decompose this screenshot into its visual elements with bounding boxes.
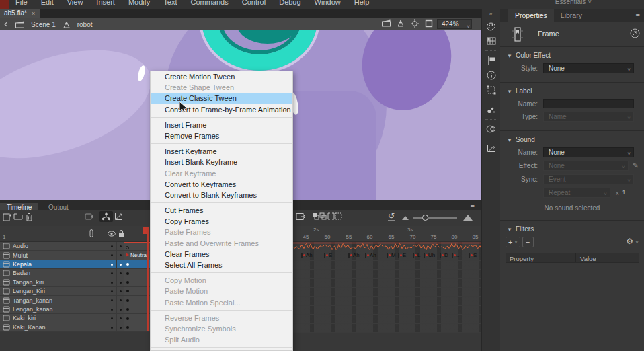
layer-row-kaki_kiri[interactable]: Kaki_kiri — [0, 314, 124, 323]
menu-item-cut-frames[interactable]: Cut Frames — [151, 205, 292, 216]
filters-header[interactable]: ▼Filters — [507, 225, 639, 233]
menu-insert[interactable]: Insert — [89, 0, 122, 9]
layer-row-mulut[interactable]: Mulut — [0, 251, 124, 260]
layer-row-lengan_kiri[interactable]: Lengan_Kiri — [0, 287, 124, 296]
lock-dot[interactable] — [120, 245, 122, 247]
lip-sync-keyframe[interactable]: D — [440, 251, 448, 260]
lip-sync-keyframe[interactable]: Ah — [301, 251, 313, 260]
lip-sync-keyframe[interactable]: L — [413, 251, 420, 260]
frame1-cell-lengan_kanan[interactable] — [124, 305, 150, 314]
menu-item-convert-to-blank-keyframes[interactable]: Convert to Blank Keyframes — [151, 190, 292, 200]
lip-sync-keyframe[interactable]: M — [387, 251, 396, 260]
outline-dot[interactable] — [111, 245, 113, 247]
sound-header[interactable]: ▼Sound — [507, 136, 639, 143]
menu-item-create-motion-tween[interactable]: Create Motion Tween — [151, 71, 292, 82]
lip-sync-keyframe[interactable]: E — [398, 251, 406, 260]
outline-dot[interactable] — [111, 272, 113, 274]
clip-content-icon[interactable] — [425, 20, 433, 28]
sound-name-dropdown[interactable]: None˅ — [543, 147, 634, 157]
outline-dot[interactable] — [111, 309, 113, 311]
frame1-cell-audio[interactable] — [124, 242, 150, 251]
lock-dot[interactable] — [120, 254, 122, 256]
label-name-input[interactable] — [543, 99, 634, 108]
style-dropdown[interactable]: None˅ — [543, 63, 634, 73]
lip-sync-keyframe[interactable]: Ah — [365, 251, 376, 260]
brush-library-panel-icon[interactable] — [483, 102, 499, 117]
frame1-cell-tangan_kiri[interactable] — [124, 278, 150, 287]
lock-icon[interactable] — [118, 229, 124, 237]
help-circle-icon[interactable] — [630, 28, 640, 38]
new-layer-icon[interactable] — [3, 212, 11, 221]
lock-dot[interactable] — [120, 327, 122, 329]
layer-row-kaki_kanan[interactable]: Kaki_Kanan — [0, 323, 124, 332]
lip-sync-keyframe[interactable]: .. — [452, 251, 459, 260]
lip-sync-keyframe[interactable]: Ah — [348, 251, 360, 260]
new-folder-icon[interactable] — [13, 212, 23, 220]
motion-presets-panel-icon[interactable] — [483, 141, 499, 156]
layer-row-badan[interactable]: Badan — [0, 269, 124, 278]
lip-sync-keyframe[interactable]: Uh — [424, 251, 435, 260]
outline-dot[interactable] — [111, 327, 113, 329]
zoom-in-timeline-icon[interactable] — [463, 214, 473, 221]
edit-sound-pencil-icon[interactable]: ✎ — [633, 161, 639, 170]
outline-dot[interactable] — [111, 317, 113, 319]
frame1-cell-badan[interactable] — [124, 269, 150, 278]
zoom-level-select[interactable]: 424% ˅ — [437, 20, 472, 29]
menu-view[interactable]: View — [61, 0, 90, 9]
lock-dot[interactable] — [120, 282, 122, 284]
cc-libraries-panel-icon[interactable] — [483, 122, 499, 136]
frame1-cell-mulut[interactable]: Neutral — [124, 251, 150, 260]
tab-properties[interactable]: Properties — [508, 9, 554, 22]
transform-panel-icon[interactable] — [483, 83, 499, 98]
onion-skin-icon[interactable] — [312, 212, 319, 220]
layer-row-kepala[interactable]: Kepala — [0, 260, 124, 269]
lock-dot[interactable] — [120, 317, 122, 319]
menu-item-select-all-frames[interactable]: Select All Frames — [151, 260, 292, 270]
frame1-cell-lengan_kiri[interactable] — [124, 287, 150, 296]
reset-zoom-icon[interactable]: ↺ — [388, 212, 395, 221]
menu-item-insert-frame[interactable]: Insert Frame — [151, 120, 292, 130]
swatches-panel-icon[interactable] — [483, 34, 499, 48]
menu-item-insert-blank-keyframe[interactable]: Insert Blank Keyframe — [151, 157, 292, 167]
center-stage-icon[interactable] — [411, 20, 419, 28]
frame1-cell-kaki_kanan[interactable] — [124, 323, 150, 332]
outline-dot[interactable] — [111, 264, 113, 266]
color-effect-header[interactable]: ▼Color Effect — [507, 52, 639, 59]
frame-column-1[interactable]: Neutral — [124, 242, 150, 332]
delete-layer-icon[interactable] — [26, 212, 33, 221]
menu-file[interactable]: File — [9, 0, 34, 9]
edit-symbols-icon[interactable] — [397, 20, 405, 28]
color-panel-icon[interactable] — [483, 19, 499, 34]
outline-dot[interactable] — [111, 282, 113, 284]
menu-item-create-classic-tween[interactable]: Create Classic Tween — [151, 93, 292, 104]
playhead-marker[interactable] — [143, 227, 149, 234]
panel-menu-icon[interactable]: ≡ — [471, 201, 475, 209]
scene-name[interactable]: Scene 1 — [31, 21, 56, 28]
workspace-switcher[interactable]: Essentials ˅ — [555, 0, 592, 5]
menu-item-clear-frames[interactable]: Clear Frames — [151, 249, 292, 260]
menu-item-convert-to-keyframes[interactable]: Convert to Keyframes — [151, 179, 292, 190]
layer-row-tangan_kiri[interactable]: Tangan_kiri — [0, 278, 124, 287]
frame-ruler[interactable]: 2s3s455055606570758085 — [293, 226, 481, 242]
layer-parenting-icon[interactable] — [99, 211, 113, 222]
collapse-panels-icon[interactable]: « — [489, 9, 493, 19]
menu-debug[interactable]: Debug — [272, 0, 307, 9]
menu-commands[interactable]: Commands — [184, 0, 235, 9]
lock-dot[interactable] — [120, 272, 122, 274]
layer-row-lengan_kanan[interactable]: Lengan_kanan — [0, 305, 124, 314]
tab-library[interactable]: Library — [554, 9, 589, 22]
lock-dot[interactable] — [120, 264, 122, 266]
layer-row-tangan_kanan[interactable]: Tangan_kanan — [0, 296, 124, 305]
repeat-count-value[interactable]: 1 — [622, 189, 626, 196]
graph-editor-icon[interactable] — [114, 212, 123, 221]
timeline-zoom-slider-track[interactable] — [413, 217, 457, 219]
menu-help[interactable]: Help — [348, 0, 376, 9]
outline-dot[interactable] — [111, 254, 113, 256]
frame1-cell-kaki_kiri[interactable] — [124, 314, 150, 323]
outline-dot[interactable] — [111, 290, 113, 292]
menu-item-copy-frames[interactable]: Copy Frames — [151, 216, 292, 227]
onion-skin-outlines-icon[interactable] — [319, 212, 327, 220]
edit-multiple-frames-icon[interactable] — [296, 212, 305, 221]
menu-text[interactable]: Text — [157, 0, 184, 9]
add-filter-button[interactable]: +˅ — [506, 237, 520, 247]
